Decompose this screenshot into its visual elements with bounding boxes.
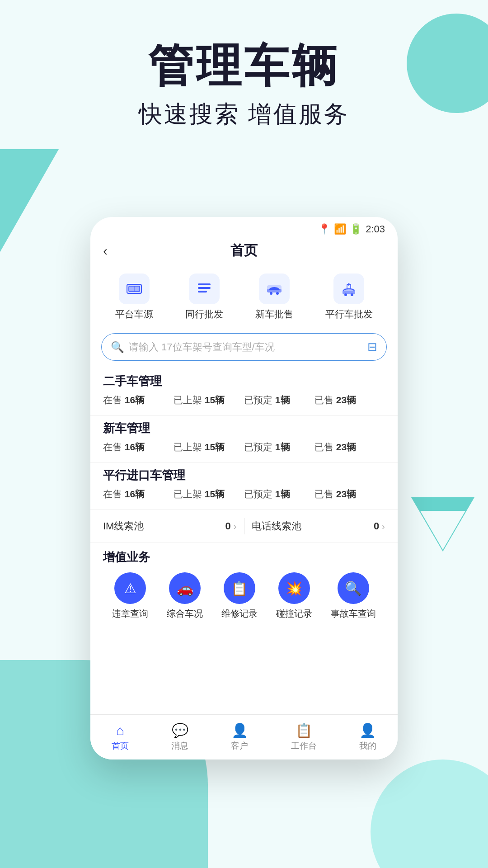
tab-item-customer[interactable]: 👤客户 bbox=[231, 722, 248, 752]
stat-item: 已预定 1辆 bbox=[244, 488, 314, 500]
hero-title: 管理车辆 bbox=[0, 41, 488, 90]
deco-triangle-inner bbox=[420, 511, 465, 550]
value-added-icons: ⚠违章查询🚗综合车况📋维修记录💥碰撞记录🔍事故车查询 bbox=[103, 572, 385, 620]
scan-icon[interactable]: ⊟ bbox=[367, 340, 377, 354]
bg-decor-triangle-left bbox=[0, 149, 59, 276]
status-bar: 📍 📶 🔋 2:03 bbox=[90, 217, 398, 238]
tab-label-customer: 客户 bbox=[231, 740, 248, 752]
status-location-icon: 📍 bbox=[318, 223, 330, 235]
tab-icon-mine: 👤 bbox=[359, 722, 376, 738]
stat-item: 已上架 15辆 bbox=[174, 488, 244, 500]
phone-lead-num: 0 bbox=[374, 520, 379, 532]
value-icon-maintenance: 📋 bbox=[224, 572, 255, 604]
search-placeholder: 请输入 17位车架号查询车型/车况 bbox=[129, 340, 363, 354]
stat-item: 在售 16辆 bbox=[103, 394, 174, 406]
phone-lead-label: 电话线索池 bbox=[252, 519, 301, 533]
svg-rect-6 bbox=[198, 287, 211, 289]
value-icon-violation: ⚠ bbox=[114, 572, 146, 604]
nav-item-platform[interactable]: 平台车源 bbox=[115, 274, 153, 321]
phone-lead-arrow: › bbox=[382, 521, 385, 532]
bg-decor-circle-bottom-right bbox=[371, 760, 488, 868]
phone-mockup: 📍 📶 🔋 2:03 ‹ 首页 平台车源 bbox=[90, 217, 398, 760]
section-parallel[interactable]: 平行进口车管理在售 16辆已上架 15辆已预定 1辆已售 23辆 bbox=[90, 463, 398, 510]
status-time: 2:03 bbox=[366, 223, 385, 235]
lead-pool-divider bbox=[244, 518, 244, 534]
value-label-accident: 事故车查询 bbox=[331, 608, 376, 620]
nav-icon-platform-wrap bbox=[119, 274, 150, 304]
section-title-parallel: 平行进口车管理 bbox=[103, 467, 385, 483]
value-item-condition[interactable]: 🚗综合车况 bbox=[167, 572, 203, 620]
deco-triangle-bottom-right bbox=[411, 497, 474, 552]
stat-item: 已预定 1辆 bbox=[244, 394, 314, 406]
stat-item: 已售 23辆 bbox=[314, 394, 385, 406]
tab-item-home[interactable]: ⌂首页 bbox=[112, 723, 129, 752]
tab-item-message[interactable]: 💬消息 bbox=[171, 722, 188, 752]
nav-label-newcar: 新车批售 bbox=[255, 308, 293, 321]
tab-item-mine[interactable]: 👤我的 bbox=[359, 722, 376, 752]
section-used[interactable]: 二手车管理在售 16辆已上架 15辆已预定 1辆已售 23辆 bbox=[90, 369, 398, 416]
quick-nav: 平台车源 同行批发 新车批售 bbox=[90, 266, 398, 330]
value-added-section: 增值业务 ⚠违章查询🚗综合车况📋维修记录💥碰撞记录🔍事故车查询 bbox=[90, 543, 398, 624]
section-stats-used: 在售 16辆已上架 15辆已预定 1辆已售 23辆 bbox=[103, 394, 385, 413]
stat-item: 已售 23辆 bbox=[314, 488, 385, 500]
svg-rect-9 bbox=[267, 289, 282, 292]
phone-lead-pool[interactable]: 电话线索池 0 › bbox=[252, 519, 385, 533]
tab-icon-customer: 👤 bbox=[231, 722, 248, 738]
hero-subtitle: 快速搜索 增值服务 bbox=[0, 99, 488, 130]
hero-section: 管理车辆 快速搜索 增值服务 bbox=[0, 41, 488, 130]
tab-icon-home: ⌂ bbox=[116, 723, 124, 738]
section-title-used: 二手车管理 bbox=[103, 373, 385, 389]
newcar-icon bbox=[265, 280, 283, 298]
nav-item-newcar[interactable]: 新车批售 bbox=[255, 274, 293, 321]
value-item-accident[interactable]: 🔍事故车查询 bbox=[331, 572, 376, 620]
tab-label-message: 消息 bbox=[171, 740, 188, 752]
svg-rect-12 bbox=[343, 291, 355, 294]
svg-point-14 bbox=[351, 293, 353, 296]
section-stats-parallel: 在售 16辆已上架 15辆已预定 1辆已售 23辆 bbox=[103, 488, 385, 507]
back-button[interactable]: ‹ bbox=[103, 243, 108, 259]
svg-point-10 bbox=[270, 292, 272, 295]
tab-icon-workspace: 📋 bbox=[296, 722, 312, 738]
im-lead-pool[interactable]: IM线索池 0 › bbox=[103, 519, 237, 533]
value-item-violation[interactable]: ⚠违章查询 bbox=[112, 572, 148, 620]
platform-car-icon bbox=[125, 280, 143, 298]
section-stats-new: 在售 16辆已上架 15辆已预定 1辆已售 23辆 bbox=[103, 441, 385, 460]
peer-icon bbox=[195, 280, 213, 298]
value-label-collision: 碰撞记录 bbox=[276, 608, 312, 620]
header-title: 首页 bbox=[230, 241, 258, 260]
sections-container: 二手车管理在售 16辆已上架 15辆已预定 1辆已售 23辆新车管理在售 16辆… bbox=[90, 369, 398, 510]
nav-label-import: 平行车批发 bbox=[325, 308, 373, 321]
value-item-maintenance[interactable]: 📋维修记录 bbox=[221, 572, 258, 620]
svg-rect-7 bbox=[198, 291, 207, 292]
svg-rect-5 bbox=[198, 283, 211, 285]
nav-icon-newcar-wrap bbox=[259, 274, 290, 304]
section-title-new: 新车管理 bbox=[103, 420, 385, 436]
im-lead-label: IM线索池 bbox=[103, 519, 144, 533]
nav-item-import[interactable]: 平行车批发 bbox=[325, 274, 373, 321]
stat-item: 在售 16辆 bbox=[103, 488, 174, 500]
nav-item-peer[interactable]: 同行批发 bbox=[185, 274, 223, 321]
tab-bar: ⌂首页💬消息👤客户📋工作台👤我的 bbox=[90, 714, 398, 760]
value-label-maintenance: 维修记录 bbox=[221, 608, 258, 620]
value-icon-accident: 🔍 bbox=[338, 572, 369, 604]
lead-pool-row: IM线索池 0 › 电话线索池 0 › bbox=[90, 510, 398, 543]
im-lead-num: 0 bbox=[225, 520, 231, 532]
nav-label-platform: 平台车源 bbox=[115, 308, 153, 321]
nav-label-peer: 同行批发 bbox=[185, 308, 223, 321]
nav-icon-peer-wrap bbox=[189, 274, 220, 304]
import-car-icon bbox=[340, 280, 358, 298]
tab-label-workspace: 工作台 bbox=[291, 740, 317, 752]
search-bar[interactable]: 🔍 请输入 17位车架号查询车型/车况 ⊟ bbox=[101, 333, 387, 361]
stat-item: 在售 16辆 bbox=[103, 441, 174, 453]
tab-item-workspace[interactable]: 📋工作台 bbox=[291, 722, 317, 752]
search-icon: 🔍 bbox=[111, 341, 124, 354]
status-battery-icon: 🔋 bbox=[350, 223, 362, 235]
stat-item: 已售 23辆 bbox=[314, 441, 385, 453]
stat-item: 已上架 15辆 bbox=[174, 394, 244, 406]
svg-point-13 bbox=[344, 293, 347, 296]
section-new[interactable]: 新车管理在售 16辆已上架 15辆已预定 1辆已售 23辆 bbox=[90, 416, 398, 463]
value-label-violation: 违章查询 bbox=[112, 608, 148, 620]
status-signal-icon: 📶 bbox=[334, 223, 346, 235]
value-item-collision[interactable]: 💥碰撞记录 bbox=[276, 572, 312, 620]
value-added-title: 增值业务 bbox=[103, 549, 385, 565]
